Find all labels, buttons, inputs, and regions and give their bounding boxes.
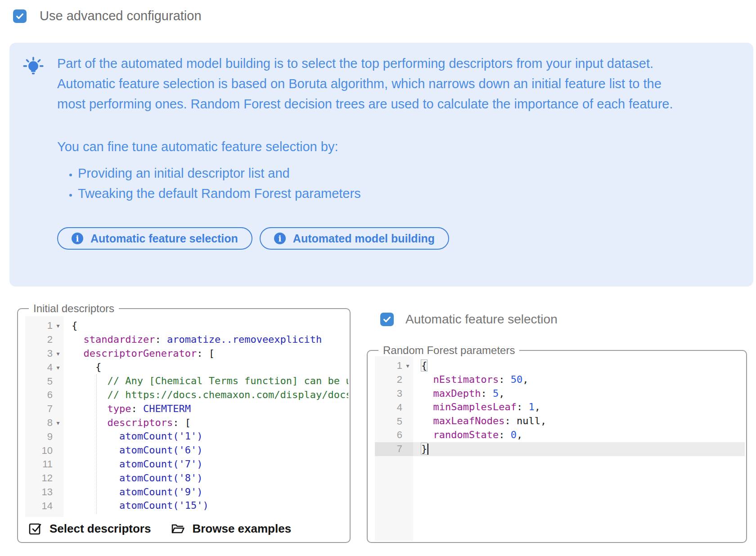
lightbulb-column xyxy=(9,43,57,287)
line-number: 13 xyxy=(25,485,63,499)
line-number: 1▾ xyxy=(375,359,413,373)
initial-descriptors-editor[interactable]: 1▾23▾4▾5678▾91011121314{ standardizer: a… xyxy=(25,316,348,517)
fine-tune-list: Providing an initial descriptor list and… xyxy=(57,163,753,204)
code-line: descriptors: [ xyxy=(72,416,348,430)
automatic-feature-selection-row[interactable]: Automatic feature selection xyxy=(380,312,558,327)
info-links-row: i Automatic feature selection i Automate… xyxy=(57,227,753,250)
line-number: 7 xyxy=(25,402,63,416)
editor-gutter: 1▾234567 xyxy=(375,356,413,541)
code-line: minSamplesLeaf: 1, xyxy=(421,400,745,414)
line-number: 10 xyxy=(25,444,63,457)
code-line: atomCount('6') xyxy=(72,444,348,457)
check-icon xyxy=(15,11,25,21)
line-number: 2 xyxy=(375,373,413,387)
code-line: maxDepth: 5, xyxy=(421,387,745,401)
line-number: 1▾ xyxy=(25,319,63,333)
code-line: { xyxy=(72,319,348,333)
code-line: atomCount('1') xyxy=(72,430,348,444)
line-number: 14 xyxy=(25,499,63,513)
line-number: 7 xyxy=(375,442,413,456)
code-line: standardizer: aromatize..removeexplicith xyxy=(72,333,348,347)
line-number: 6 xyxy=(25,388,63,402)
line-number: 5 xyxy=(375,414,413,428)
fine-tune-intro: You can fine tune automatic feature sele… xyxy=(57,137,753,157)
automatic-feature-selection-checkbox[interactable] xyxy=(380,313,394,326)
select-descriptors-button[interactable]: Select descriptors xyxy=(28,521,151,536)
info-content: Part of the automated model building is … xyxy=(57,43,753,287)
code-line: maxLeafNodes: null, xyxy=(421,414,745,428)
line-number: 9 xyxy=(25,430,63,444)
line-number: 12 xyxy=(25,471,63,485)
editor-code-area: { nEstimators: 50, maxDepth: 5, minSampl… xyxy=(413,356,745,541)
random-forest-parameters-editor[interactable]: 1▾234567{ nEstimators: 50, maxDepth: 5, … xyxy=(375,356,745,541)
automatic-feature-selection-doc-button[interactable]: i Automatic feature selection xyxy=(57,227,252,250)
use-advanced-config-label: Use advanced configuration xyxy=(40,9,202,23)
code-line: atomCount('9') xyxy=(72,485,348,499)
browse-examples-button[interactable]: Browse examples xyxy=(171,521,291,536)
select-descriptors-label: Select descriptors xyxy=(50,522,151,536)
line-number: 4▾ xyxy=(25,360,63,374)
code-line: randomState: 0, xyxy=(421,428,745,442)
line-number: 2 xyxy=(25,333,63,347)
editor-gutter: 1▾23▾4▾5678▾91011121314 xyxy=(25,316,63,517)
fold-arrow-icon[interactable]: ▾ xyxy=(53,364,63,371)
code-line: // Any [Chemical Terms function] can be … xyxy=(72,374,348,388)
lightbulb-icon xyxy=(22,56,45,79)
check-icon xyxy=(382,314,392,324)
code-line: atomCount('8') xyxy=(72,471,348,485)
line-number: 6 xyxy=(375,428,413,442)
text-cursor xyxy=(428,444,428,455)
fold-arrow-icon[interactable]: ▾ xyxy=(402,363,413,369)
code-line: } xyxy=(413,442,745,456)
browse-examples-label: Browse examples xyxy=(192,522,291,536)
list-item: Tweaking the default Random Forest param… xyxy=(78,184,753,204)
use-advanced-config-row[interactable]: Use advanced configuration xyxy=(13,9,202,23)
random-forest-parameters-legend: Random Forest parameters xyxy=(378,344,519,357)
list-item: Providing an initial descriptor list and xyxy=(78,163,753,184)
fold-arrow-icon[interactable]: ▾ xyxy=(53,350,63,357)
code-line: // https://docs.chemaxon.com/display/doc… xyxy=(72,388,348,402)
line-number: 4 xyxy=(375,400,413,414)
doc-button-label: Automatic feature selection xyxy=(90,232,238,245)
info-icon: i xyxy=(274,233,286,244)
line-number: 5 xyxy=(25,374,63,388)
info-icon: i xyxy=(72,233,83,244)
code-line: { xyxy=(72,360,348,374)
doc-button-label: Automated model building xyxy=(293,232,435,245)
code-line: { xyxy=(421,359,745,373)
fold-arrow-icon[interactable]: ▾ xyxy=(53,323,63,329)
code-line: nEstimators: 50, xyxy=(421,373,745,387)
code-line: type: CHEMTERM xyxy=(72,402,348,416)
automated-model-building-doc-button[interactable]: i Automated model building xyxy=(260,227,449,250)
line-number: 3 xyxy=(375,387,413,401)
line-number: 11 xyxy=(25,457,63,471)
descriptor-actions-row: Select descriptors Browse examples xyxy=(28,519,344,538)
use-advanced-config-checkbox[interactable] xyxy=(13,9,27,23)
info-panel: Part of the automated model building is … xyxy=(9,43,753,287)
random-forest-parameters-fieldset: Random Forest parameters 1▾234567{ nEsti… xyxy=(367,350,747,543)
open-folder-icon xyxy=(171,521,185,536)
initial-descriptors-fieldset: Initial descriptors 1▾23▾4▾5678▾91011121… xyxy=(17,308,351,543)
automatic-feature-selection-label: Automatic feature selection xyxy=(405,312,558,327)
line-number: 8▾ xyxy=(25,416,63,430)
fold-arrow-icon[interactable]: ▾ xyxy=(53,420,63,426)
code-line: atomCount('7') xyxy=(72,457,348,471)
line-number: 3▾ xyxy=(25,347,63,361)
code-line: atomCount('15') xyxy=(72,499,348,513)
code-line: descriptorGenerator: [ xyxy=(72,347,348,361)
info-paragraph: Part of the automated model building is … xyxy=(57,54,687,114)
checkbox-check-icon xyxy=(28,521,42,536)
initial-descriptors-legend: Initial descriptors xyxy=(29,302,119,315)
editor-code-area: { standardizer: aromatize..removeexplici… xyxy=(63,316,348,517)
advanced-configuration-page: Use advanced configuration Part of the a… xyxy=(0,0,756,556)
